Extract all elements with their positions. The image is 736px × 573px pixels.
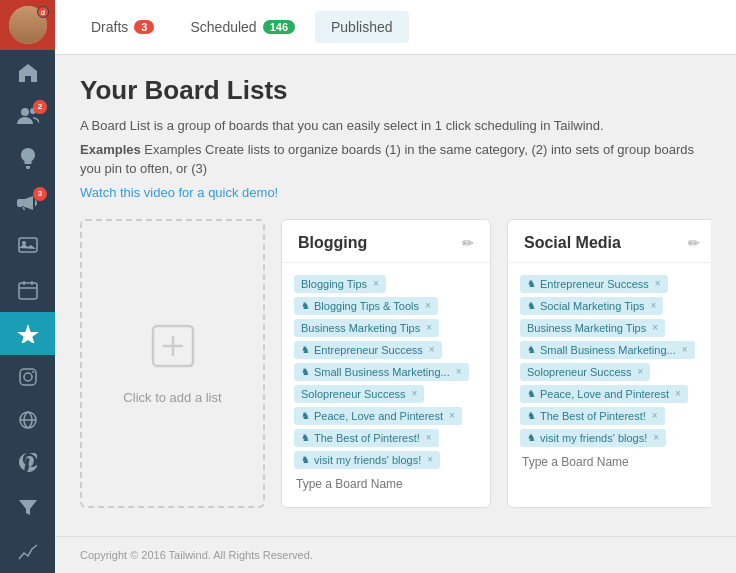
- tag-visit-friends-blogs[interactable]: ♞ visit my friends' blogs! ×: [294, 451, 440, 469]
- tag-sm-small-business[interactable]: ♞ Small Business Marketing... ×: [520, 341, 695, 359]
- type-board-name-blogging[interactable]: [292, 471, 480, 497]
- board-card-social-media-title: Social Media: [524, 234, 621, 252]
- sidebar-item-globe[interactable]: [0, 399, 55, 443]
- tag-small-business[interactable]: ♞ Small Business Marketing... ×: [294, 363, 469, 381]
- people-badge: 2: [33, 100, 47, 114]
- footer-text: Copyright © 2016 Tailwind. All Rights Re…: [80, 549, 313, 561]
- tag-sm-best-pinterest[interactable]: ♞ The Best of Pinterest! ×: [520, 407, 665, 425]
- tag-peace-love[interactable]: ♞ Peace, Love and Pinterest ×: [294, 407, 462, 425]
- tab-published[interactable]: Published: [315, 11, 409, 43]
- board-card-social-media-body: ♞ Entrepreneur Success × ♞ Social Market…: [508, 263, 711, 507]
- sidebar-item-home[interactable]: [0, 50, 55, 94]
- board-card-social-media-edit[interactable]: ✏: [688, 235, 700, 251]
- add-list-card[interactable]: Click to add a list: [80, 219, 265, 508]
- tab-scheduled-label: Scheduled: [190, 19, 256, 35]
- type-board-name-social-media[interactable]: [518, 449, 706, 475]
- tag-sm-solopreneur[interactable]: Solopreneur Success ×: [520, 363, 650, 381]
- tag-entrepreneur-success[interactable]: ♞ Entrepreneur Success ×: [294, 341, 442, 359]
- board-card-social-media-header: Social Media ✏: [508, 220, 711, 263]
- avatar-notification: d: [37, 6, 49, 18]
- sidebar-item-favorites[interactable]: [0, 312, 55, 356]
- svg-point-7: [32, 371, 34, 373]
- svg-rect-2: [19, 238, 37, 252]
- tag-solopreneur[interactable]: Solopreneur Success ×: [294, 385, 424, 403]
- svg-point-0: [21, 108, 29, 116]
- tag-business-marketing[interactable]: Business Marketing Tips ×: [294, 319, 439, 337]
- tag-blogging-tips[interactable]: Blogging Tips ×: [294, 275, 386, 293]
- tag-sm-entrepreneur[interactable]: ♞ Entrepreneur Success ×: [520, 275, 668, 293]
- drafts-count: 3: [134, 20, 154, 34]
- board-card-blogging-title: Blogging: [298, 234, 367, 252]
- tab-drafts[interactable]: Drafts 3: [75, 11, 170, 43]
- add-list-icon: [148, 321, 198, 380]
- sidebar-item-megaphone[interactable]: 3: [0, 181, 55, 225]
- video-link[interactable]: Watch this video for a quick demo!: [80, 185, 278, 200]
- avatar-container[interactable]: d: [0, 0, 55, 50]
- footer: Copyright © 2016 Tailwind. All Rights Re…: [55, 536, 736, 573]
- megaphone-badge: 3: [33, 187, 47, 201]
- scheduled-count: 146: [263, 20, 295, 34]
- sidebar-item-calendar[interactable]: [0, 268, 55, 312]
- top-navigation: Drafts 3 Scheduled 146 Published: [55, 0, 736, 55]
- sidebar-item-pinterest[interactable]: [0, 442, 55, 486]
- board-lists-grid: Click to add a list Blogging ✏ Blogging …: [80, 219, 711, 508]
- sidebar: d 2 2 3: [0, 0, 55, 573]
- page-examples: Examples Examples Create lists to organi…: [80, 140, 711, 179]
- board-card-blogging-edit[interactable]: ✏: [462, 235, 474, 251]
- sidebar-item-analytics[interactable]: [0, 529, 55, 573]
- tag-sm-social-marketing[interactable]: ♞ Social Marketing Tips ×: [520, 297, 663, 315]
- board-card-blogging: Blogging ✏ Blogging Tips × ♞ Blogging Ti…: [281, 219, 491, 508]
- sidebar-item-ideas[interactable]: [0, 137, 55, 181]
- tab-scheduled[interactable]: Scheduled 146: [174, 11, 311, 43]
- page-content: Your Board Lists A Board List is a group…: [55, 55, 736, 536]
- board-card-blogging-body: Blogging Tips × ♞ Blogging Tips & Tools …: [282, 263, 490, 507]
- svg-rect-4: [19, 283, 37, 299]
- tab-published-label: Published: [331, 19, 393, 35]
- tag-sm-peace-love[interactable]: ♞ Peace, Love and Pinterest ×: [520, 385, 688, 403]
- tab-drafts-label: Drafts: [91, 19, 128, 35]
- add-list-label: Click to add a list: [123, 390, 221, 405]
- tag-sm-visit-friends[interactable]: ♞ visit my friends' blogs! ×: [520, 429, 666, 447]
- tag-best-pinterest[interactable]: ♞ The Best of Pinterest! ×: [294, 429, 439, 447]
- sidebar-item-people[interactable]: 2 2: [0, 94, 55, 138]
- page-description: A Board List is a group of boards that y…: [80, 116, 711, 136]
- page-title: Your Board Lists: [80, 75, 711, 106]
- sidebar-item-instagram[interactable]: [0, 355, 55, 399]
- svg-point-6: [24, 373, 32, 381]
- tag-sm-business-marketing[interactable]: Business Marketing Tips ×: [520, 319, 665, 337]
- tag-blogging-tips-tools[interactable]: ♞ Blogging Tips & Tools ×: [294, 297, 438, 315]
- board-card-social-media: Social Media ✏ ♞ Entrepreneur Success × …: [507, 219, 711, 508]
- board-card-blogging-header: Blogging ✏: [282, 220, 490, 263]
- sidebar-item-filter[interactable]: [0, 486, 55, 530]
- sidebar-item-images[interactable]: [0, 224, 55, 268]
- main-content: Drafts 3 Scheduled 146 Published Your Bo…: [55, 0, 736, 573]
